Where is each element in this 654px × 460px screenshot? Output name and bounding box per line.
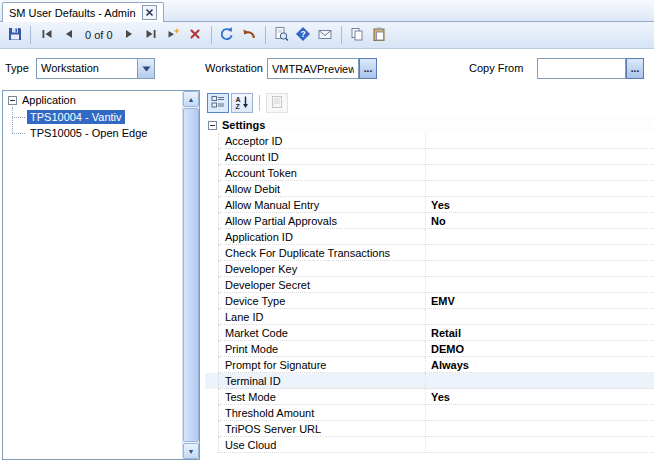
property-name: Lane ID — [219, 309, 425, 325]
property-value[interactable] — [425, 245, 654, 261]
property-value[interactable] — [425, 405, 654, 421]
property-name: Print Mode — [219, 341, 425, 357]
property-row[interactable]: Allow Debit — [205, 181, 654, 197]
property-value[interactable]: Always — [425, 357, 654, 373]
property-row[interactable]: Threshold Amount — [205, 405, 654, 421]
toolbar-separator — [341, 26, 342, 44]
tab-sm-user-defaults[interactable]: SM User Defaults - Admin — [2, 2, 164, 22]
property-value[interactable] — [425, 229, 654, 245]
property-value[interactable]: DEMO — [425, 341, 654, 357]
chevron-down-icon[interactable] — [137, 59, 154, 78]
property-row-gutter — [205, 421, 219, 437]
property-row[interactable]: Market CodeRetail — [205, 325, 654, 341]
property-row[interactable]: Use Cloud — [205, 437, 654, 453]
collapse-minus-icon[interactable] — [8, 96, 17, 105]
property-grid-toolbar: AZ — [205, 88, 654, 114]
property-row-gutter — [205, 261, 219, 277]
property-row[interactable]: Account Token — [205, 165, 654, 181]
workstation-input[interactable] — [267, 58, 359, 79]
scroll-down-icon[interactable]: ▼ — [183, 443, 199, 459]
property-row[interactable]: Acceptor ID — [205, 133, 654, 149]
property-value[interactable] — [425, 277, 654, 293]
tree-item[interactable]: TPS10004 - Vantiv — [3, 109, 199, 125]
property-row[interactable]: Test ModeYes — [205, 389, 654, 405]
previous-record-icon — [61, 26, 77, 44]
tree-root-application[interactable]: Application — [3, 91, 199, 109]
property-row-gutter — [205, 245, 219, 261]
copy-from-input[interactable] — [537, 58, 626, 79]
tree-scrollbar[interactable]: ▲ ▼ — [182, 91, 199, 459]
property-row[interactable]: Terminal ID — [205, 373, 654, 389]
property-name: Developer Key — [219, 261, 425, 277]
property-value[interactable]: Retail — [425, 325, 654, 341]
undo-button[interactable] — [239, 25, 260, 46]
workstation-label: Workstation — [205, 62, 263, 74]
alphabetical-sort-button[interactable]: AZ — [231, 93, 253, 113]
svg-text:A: A — [236, 95, 241, 102]
tab-close-icon[interactable] — [142, 5, 157, 20]
property-row-gutter — [205, 325, 219, 341]
property-value[interactable] — [425, 309, 654, 325]
property-row[interactable]: Allow Partial ApprovalsNo — [205, 213, 654, 229]
type-combobox[interactable]: Workstation — [36, 58, 155, 79]
save-button[interactable] — [4, 25, 25, 46]
category-row-settings[interactable]: Settings — [205, 117, 654, 133]
property-row[interactable]: Check For Duplicate Transactions — [205, 245, 654, 261]
property-row[interactable]: Application ID — [205, 229, 654, 245]
property-value[interactable]: Yes — [425, 389, 654, 405]
property-row[interactable]: Account ID — [205, 149, 654, 165]
property-value[interactable]: EMV — [425, 293, 654, 309]
email-button[interactable] — [315, 25, 336, 46]
property-value[interactable] — [425, 181, 654, 197]
delete-record-button[interactable] — [185, 25, 206, 46]
scrollbar-thumb[interactable] — [183, 108, 199, 442]
property-value[interactable] — [425, 133, 654, 149]
property-row[interactable]: Allow Manual EntryYes — [205, 197, 654, 213]
next-record-button[interactable] — [119, 25, 140, 46]
property-row[interactable]: TriPOS Server URL — [205, 421, 654, 437]
tree-item[interactable]: TPS10005 - Open Edge — [3, 125, 199, 141]
property-row[interactable]: Print ModeDEMO — [205, 341, 654, 357]
copy-button[interactable] — [347, 25, 368, 46]
help-icon: ? — [295, 26, 311, 44]
collapse-minus-icon[interactable] — [208, 121, 217, 130]
delete-record-icon — [187, 26, 203, 44]
property-row-gutter — [205, 165, 219, 181]
copy-from-browse-button[interactable]: ... — [626, 58, 644, 79]
previous-record-button[interactable] — [58, 25, 79, 46]
help-button[interactable]: ? — [293, 25, 314, 46]
toolbar-separator — [265, 26, 266, 44]
property-row[interactable]: Lane ID — [205, 309, 654, 325]
property-value[interactable] — [425, 149, 654, 165]
refresh-button[interactable] — [217, 25, 238, 46]
property-value[interactable]: Yes — [425, 197, 654, 213]
property-value[interactable]: No — [425, 213, 654, 229]
property-value[interactable] — [425, 165, 654, 181]
property-row[interactable]: Prompt for SignatureAlways — [205, 357, 654, 373]
property-name: Account Token — [219, 165, 425, 181]
add-record-button[interactable] — [163, 25, 184, 46]
az-sort-icon: AZ — [235, 95, 249, 111]
property-value[interactable] — [425, 261, 654, 277]
property-value[interactable] — [425, 437, 654, 453]
property-row-gutter — [205, 133, 219, 149]
first-record-button[interactable] — [36, 25, 57, 46]
property-row[interactable]: Developer Secret — [205, 277, 654, 293]
paste-icon — [371, 26, 387, 44]
last-record-icon — [143, 26, 159, 44]
last-record-button[interactable] — [141, 25, 162, 46]
categorized-button[interactable] — [207, 93, 229, 113]
property-row[interactable]: Device TypeEMV — [205, 293, 654, 309]
property-name: Device Type — [219, 293, 425, 309]
property-value[interactable] — [425, 421, 654, 437]
type-label: Type — [5, 62, 29, 74]
scroll-up-icon[interactable]: ▲ — [183, 91, 199, 107]
workstation-browse-button[interactable]: ... — [359, 58, 377, 79]
property-row[interactable]: Developer Key — [205, 261, 654, 277]
paste-button[interactable] — [369, 25, 390, 46]
property-value[interactable] — [425, 373, 654, 389]
save-icon — [7, 26, 23, 44]
undo-icon — [241, 26, 257, 44]
print-preview-button[interactable] — [271, 25, 292, 46]
tree-items: TPS10004 - VantivTPS10005 - Open Edge — [3, 109, 199, 141]
